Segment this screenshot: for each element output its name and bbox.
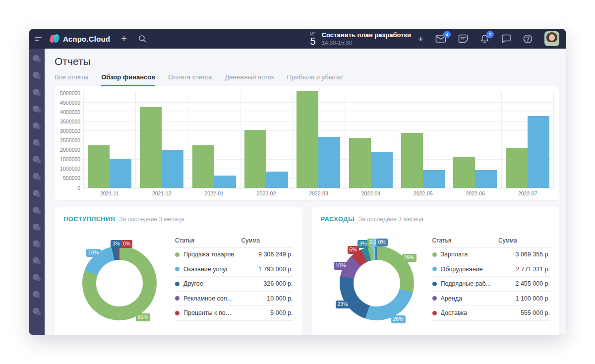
расходы-bar[interactable] (266, 172, 288, 187)
bar-group-2022-02 (240, 91, 293, 188)
tab-5[interactable]: Прибыли и убытки (287, 73, 343, 86)
row-label: Доставка (432, 309, 492, 316)
поступления-bar[interactable] (453, 157, 475, 188)
bar-group-2021-12 (136, 91, 188, 188)
расходы-bar[interactable] (214, 176, 236, 188)
nav-icon-13[interactable] (33, 257, 41, 264)
slice-percent-label: 16% (86, 249, 101, 257)
tab-2[interactable]: Обзор финансов (101, 73, 155, 86)
notifications-badge: 7 (486, 31, 494, 38)
app-logo[interactable]: Аспро.Cloud (50, 34, 110, 44)
row-amount: 5 000 р. (235, 309, 293, 316)
table-row[interactable]: Другое326 000 р. (175, 277, 293, 292)
bar-group-2022-05 (397, 91, 449, 188)
row-label: Оказание услуг (175, 266, 235, 273)
income-card: ПОСТУПЛЕНИЯ За последние 3 месяца 81%16%… (55, 207, 302, 335)
row-amount: 10 000 р. (235, 295, 293, 302)
nav-icon-7[interactable] (33, 156, 41, 163)
nav-icon-10[interactable] (33, 206, 41, 214)
y-tick-label: 3500000 (60, 119, 80, 124)
nav-icon-12[interactable] (33, 240, 41, 247)
nav-icon-16[interactable] (33, 307, 41, 315)
nav-icon-8[interactable] (33, 173, 41, 180)
table-row[interactable]: Подрядные раб...2 455 000 р. (432, 277, 550, 292)
tab-1[interactable]: Все отчёты (55, 73, 88, 86)
category-color-dot (175, 267, 179, 271)
nav-icon-3[interactable] (33, 88, 41, 96)
x-axis: 2021-112021-122022-012022-022022-032022-… (83, 188, 554, 198)
bar-group-2022-03 (293, 91, 345, 188)
table-row[interactable]: Оборудование2 771 311 р. (432, 262, 550, 277)
table-row[interactable]: Зарплата3 069 355 р. (432, 247, 550, 262)
поступления-bar[interactable] (401, 133, 423, 188)
category-color-dot (432, 311, 437, 315)
create-icon[interactable]: + (121, 34, 127, 44)
расходы-bar[interactable] (528, 116, 549, 188)
slice-percent-label: 0% (376, 239, 388, 246)
user-avatar[interactable] (544, 31, 559, 46)
category-color-dot (432, 282, 437, 286)
income-donut-chart[interactable]: 81%16%3%0% (82, 246, 157, 320)
table-row[interactable]: Рекламное сопров...10 000 р. (175, 292, 293, 306)
slice-percent-label: 10% (334, 262, 348, 270)
tab-3[interactable]: Оплата счетов (168, 73, 212, 86)
expense-col-article: Статья (432, 237, 492, 244)
поступления-bar[interactable] (244, 130, 266, 188)
поступления-bar[interactable] (192, 145, 214, 188)
nav-icon-2[interactable] (33, 71, 41, 79)
table-row[interactable]: Аренда1 100 000 р. (432, 292, 550, 306)
search-icon[interactable] (138, 34, 147, 43)
nav-icon-11[interactable] (33, 223, 41, 231)
поступления-bar[interactable] (506, 148, 528, 188)
table-row[interactable]: Оказание услуг1 793 000 р. (175, 262, 293, 277)
nav-icon-1[interactable] (33, 55, 41, 62)
расходы-bar[interactable] (162, 150, 183, 187)
y-tick-label: 1000000 (60, 166, 80, 172)
row-label: Аренда (432, 295, 492, 302)
logo-text: Аспро.Cloud (63, 35, 110, 43)
поступления-bar[interactable] (349, 138, 371, 188)
event-title: Составить план разработки (322, 31, 411, 39)
chat-icon[interactable] (501, 34, 511, 43)
расходы-bar[interactable] (371, 152, 393, 188)
поступления-bar[interactable] (297, 91, 318, 188)
slice-percent-label: 23% (336, 301, 350, 308)
row-amount: 3 069 355 р. (491, 251, 550, 258)
menu-icon[interactable] (35, 37, 43, 41)
nav-icon-4[interactable] (33, 105, 41, 113)
bell-icon[interactable]: 7 (480, 34, 489, 44)
upcoming-event[interactable]: Составить план разработки 14:30-15:30 (322, 31, 411, 47)
table-row[interactable]: Проценты к получе...5 000 р. (175, 306, 293, 321)
x-tick-label: 2022-03 (293, 190, 345, 196)
nav-icon-9[interactable] (33, 189, 41, 197)
mail-icon[interactable]: 4 (435, 34, 446, 43)
поступления-bar[interactable] (88, 145, 110, 188)
expense-donut-chart[interactable]: 29%26%23%10%5%3%210% (340, 246, 414, 320)
tab-4[interactable]: Денежный поток (225, 73, 274, 86)
row-amount: 1 100 000 р. (491, 295, 550, 302)
nav-icon-14[interactable] (33, 274, 41, 281)
bar-group-2021-11 (84, 91, 136, 188)
nav-icon-5[interactable] (33, 122, 41, 129)
nav-icon-6[interactable] (33, 139, 41, 146)
расходы-bar[interactable] (110, 159, 131, 188)
x-tick-label: 2022-01 (188, 190, 240, 196)
report-tabs: Все отчётыОбзор финансовОплата счетовДен… (55, 73, 556, 86)
expense-card: РАСХОДЫ За последние 3 месяца 29%26%23%1… (312, 207, 559, 335)
nav-icon-15[interactable] (33, 291, 41, 298)
расходы-bar[interactable] (475, 170, 497, 188)
add-event-icon[interactable]: + (418, 34, 423, 44)
notes-icon[interactable] (458, 34, 468, 43)
help-icon[interactable] (523, 34, 533, 44)
category-color-dot (432, 252, 437, 257)
bar-group-2022-04 (345, 91, 397, 188)
y-tick-label: 4000000 (60, 110, 80, 115)
расходы-bar[interactable] (423, 170, 445, 188)
поступления-bar[interactable] (140, 107, 162, 187)
расходы-bar[interactable] (318, 137, 340, 188)
y-tick-label: 5000000 (60, 91, 80, 96)
table-row[interactable]: Продажа товаров9 306 249 р. (175, 247, 293, 262)
desktop-background: Аспро.Cloud + Вт 5 Составить план разраб… (0, 0, 595, 364)
calendar-date[interactable]: Вт 5 (310, 31, 316, 46)
table-row[interactable]: Доставка555 000 р. (432, 306, 550, 321)
